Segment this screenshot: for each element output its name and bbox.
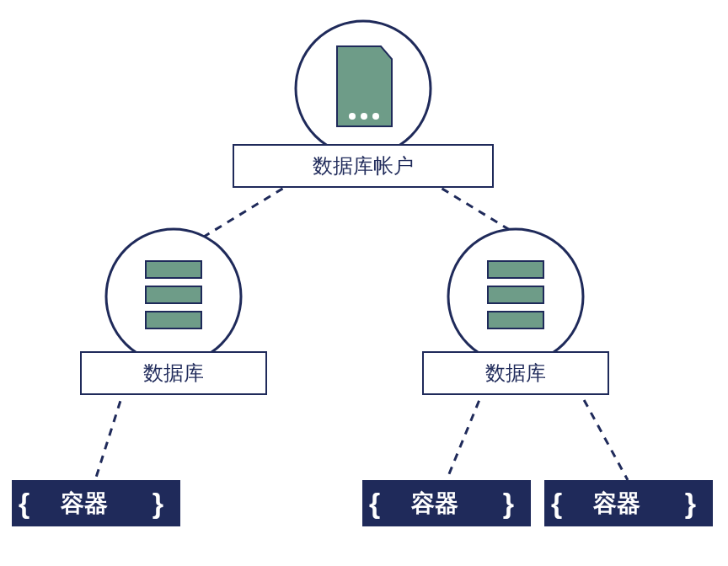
- node-database-account: 数据库帐户: [233, 21, 493, 187]
- brace-open: {: [369, 487, 380, 519]
- brace-open: {: [551, 487, 562, 519]
- node-label: 数据库帐户: [313, 154, 414, 177]
- database-icon-bar: [146, 286, 201, 303]
- node-container-2: { 容器 }: [362, 480, 531, 526]
- node-container-1: { 容器 }: [12, 480, 180, 526]
- container-label: 容器: [60, 490, 108, 516]
- node-label: 数据库: [143, 361, 204, 384]
- node-database-left: 数据库: [81, 229, 266, 394]
- node-label: 数据库: [485, 361, 546, 384]
- connector-db2-to-c2: [447, 387, 484, 480]
- node-container-3: { 容器 }: [544, 480, 713, 526]
- brace-open: {: [19, 487, 29, 519]
- file-dot: [372, 113, 379, 120]
- database-icon-bar: [146, 312, 201, 328]
- database-icon-bar: [146, 261, 201, 278]
- node-database-right: 数据库: [423, 229, 608, 394]
- database-icon-bar: [488, 261, 543, 278]
- file-dot: [349, 113, 356, 120]
- database-icon-bar: [488, 286, 543, 303]
- file-dot: [361, 113, 367, 120]
- hierarchy-diagram: 数据库帐户 数据库 数据库 { 容器 } { 容器 } { 容器 }: [0, 0, 728, 566]
- container-label: 容器: [410, 490, 458, 516]
- connector-db2-to-c3: [577, 387, 628, 480]
- connector-db1-to-c1: [95, 387, 125, 480]
- brace-close: }: [153, 487, 163, 519]
- container-label: 容器: [592, 490, 640, 516]
- brace-close: }: [685, 487, 696, 519]
- brace-close: }: [503, 487, 514, 519]
- database-icon-bar: [488, 312, 543, 328]
